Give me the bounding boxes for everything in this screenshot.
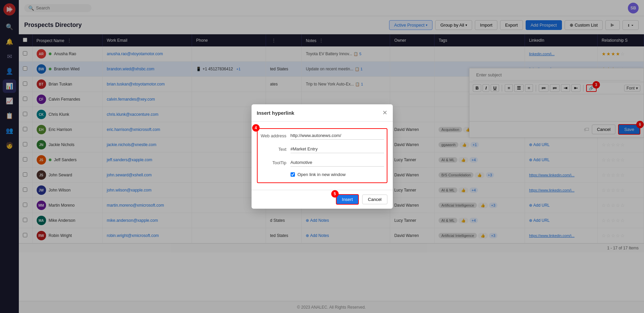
web-address-input[interactable]	[291, 132, 384, 140]
web-address-row: Web address	[260, 132, 384, 140]
tooltip-label: ToolTip	[260, 160, 291, 165]
tooltip-row: ToolTip	[260, 159, 384, 167]
step-5-badge: 5	[331, 190, 339, 198]
tooltip-input[interactable]	[291, 159, 384, 167]
text-row: Text	[260, 145, 384, 153]
insert-hyperlink-modal: Insert hyperlink ✕ 4 Web address Text	[252, 104, 393, 209]
modal-close-button[interactable]: ✕	[382, 109, 387, 116]
modal-header: Insert hyperlink ✕	[252, 104, 393, 121]
open-new-window-checkbox[interactable]	[291, 172, 295, 177]
insert-button[interactable]: Insert	[336, 194, 359, 205]
web-address-label: Web address	[260, 133, 291, 138]
cancel-modal-button[interactable]: Cancel	[362, 195, 387, 204]
step-4-badge: 4	[252, 124, 260, 132]
modal-overlay: Insert hyperlink ✕ 4 Web address Text	[0, 0, 644, 313]
open-new-window-row: Open link in new window	[260, 172, 384, 177]
modal-footer: 5 Insert Cancel	[252, 190, 393, 209]
modal-body: 4 Web address Text ToolTip	[252, 121, 393, 190]
open-new-window-label: Open link in new window	[298, 172, 346, 177]
text-input[interactable]	[291, 145, 384, 153]
text-label: Text	[260, 147, 291, 152]
insert-btn-wrapper: 5 Insert	[336, 194, 359, 205]
web-address-section: 4 Web address Text ToolTip	[257, 128, 387, 183]
modal-title: Insert hyperlink	[257, 110, 295, 116]
